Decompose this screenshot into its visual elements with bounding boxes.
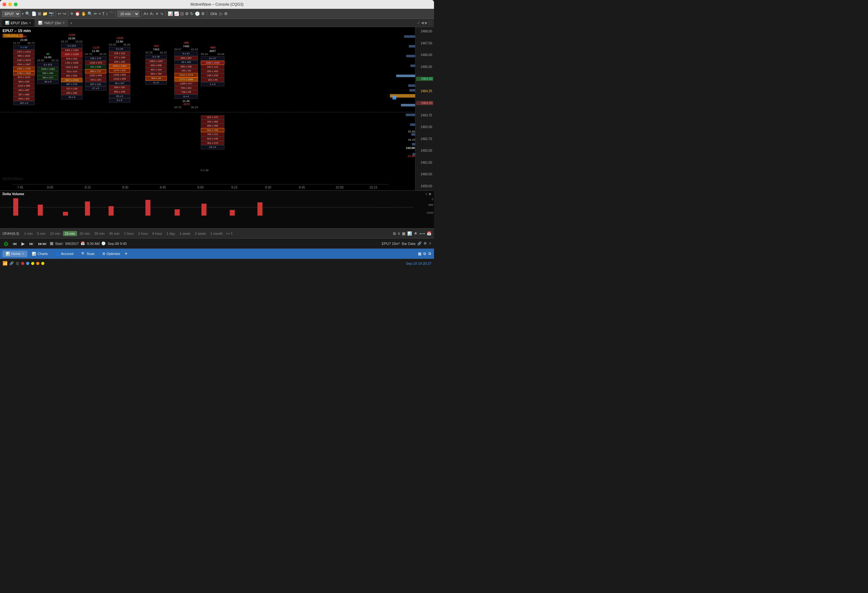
font-up-icon[interactable]: A+	[143, 11, 149, 16]
undo-icon[interactable]: ↩	[58, 11, 61, 16]
c3-r10: 267 x 273	[61, 82, 83, 87]
link2-icon[interactable]: 🔗	[417, 241, 422, 245]
arrow-icon[interactable]: ▷	[220, 11, 223, 16]
delta-close-icon[interactable]: ✕	[428, 192, 431, 196]
list-icon[interactable]: ≡	[398, 232, 400, 236]
nav-charts[interactable]: 📊 Charts	[29, 251, 51, 257]
c8b-r8: 23 x 0	[201, 145, 224, 149]
nav-grid-icon[interactable]: ▦	[418, 251, 421, 256]
ofa-button[interactable]: OFA	[209, 11, 218, 16]
nav-scan[interactable]: 🔍 Scan	[78, 251, 98, 257]
nav-home-close[interactable]: ✕	[22, 252, 24, 255]
layout-icon[interactable]: ⊡	[180, 11, 184, 16]
window-title: MotiveWave – Console (CQG3)	[190, 2, 243, 7]
clock-icon[interactable]: 🕐	[195, 11, 200, 16]
nav-settings-icon[interactable]: ⚙	[428, 251, 431, 256]
fast-forward-button[interactable]: ⏭⏭	[37, 240, 48, 247]
vol-icon[interactable]: 📈	[174, 11, 179, 16]
interval-1week[interactable]: 1 week	[177, 231, 192, 236]
indicator-icon[interactable]: ∿	[160, 11, 164, 16]
refresh-icon[interactable]: ↻	[190, 11, 193, 16]
tab-epu7-close[interactable]: ✕	[29, 21, 31, 25]
interval-1min[interactable]: 1 min	[22, 231, 35, 236]
back-icon[interactable]: ◀	[421, 21, 424, 25]
gear2-icon[interactable]: ⚙	[224, 11, 228, 16]
interval-20min[interactable]: 20 min	[78, 231, 92, 236]
interval-more[interactable]: >>	[226, 232, 230, 235]
plus-icon[interactable]: +	[99, 11, 101, 16]
clock2-icon[interactable]: 🕐	[101, 241, 106, 245]
step-forward-button[interactable]: ⏭	[28, 240, 35, 247]
forward-icon[interactable]: ▶	[425, 21, 427, 25]
view-icon[interactable]: ▦	[402, 232, 405, 236]
stop-button[interactable]	[50, 242, 53, 245]
interval-1hour[interactable]: 1 hour	[122, 231, 136, 236]
delta-up-icon[interactable]: ↑	[425, 192, 427, 196]
chart-area: EPU7 – 15 min VI(Bid/Ask,1) MotiveWave 7…	[0, 27, 434, 191]
font-down-icon[interactable]: A-	[150, 11, 154, 16]
tab-epu7[interactable]: 📊 EPU7 15m ✕	[2, 19, 34, 27]
c3-r13: 16 x 0	[61, 95, 83, 99]
interval-2week[interactable]: 2 week	[193, 231, 208, 236]
alarm-icon[interactable]: ⏰	[75, 11, 80, 16]
close2-icon[interactable]: ✕	[429, 241, 431, 245]
folder-icon[interactable]: 📁	[43, 11, 47, 16]
tab-ymu7[interactable]: 📊 YMU7 15m ✕	[35, 19, 68, 27]
new-chart-icon[interactable]: 📄	[31, 11, 37, 16]
interval-1month[interactable]: 1 month	[208, 231, 225, 236]
tools-icon[interactable]: ⚙	[185, 11, 189, 16]
skip-back-button[interactable]: ⏮	[11, 240, 18, 247]
delta-controls[interactable]: ↑ ✕	[425, 192, 431, 196]
interval-10min[interactable]: 10 min	[48, 231, 62, 236]
power-button[interactable]: ⏻	[3, 240, 9, 247]
redo-icon[interactable]: ↪	[63, 11, 66, 16]
symbol-select[interactable]: EPU7	[2, 11, 21, 17]
c8-r6: 162 x 59	[201, 78, 224, 82]
expand-icon[interactable]: ⤢	[417, 21, 420, 25]
crosshair-icon[interactable]: ✛	[70, 11, 74, 16]
chart2-icon[interactable]: 📊	[407, 232, 412, 236]
tab-ymu7-close[interactable]: ✕	[62, 21, 65, 25]
nav-optimize[interactable]: ⚙ Optimize	[99, 251, 123, 257]
zoom-out-icon[interactable]: 🔍	[87, 11, 93, 16]
nav-account-label: Account	[61, 252, 74, 255]
chart-style-icon[interactable]: 📊	[168, 11, 173, 16]
calendar-icon[interactable]: 📅	[427, 232, 431, 236]
sync-icon[interactable]: ⟷	[419, 232, 425, 236]
nav-home[interactable]: 📊 Home ✕	[3, 251, 27, 257]
search-icon[interactable]: 🔍	[25, 11, 30, 16]
interval-6hour[interactable]: 6 hour	[151, 231, 164, 236]
text-icon[interactable]: T	[102, 11, 105, 16]
nav-copy-icon[interactable]: ⧉	[423, 251, 426, 256]
interval-45min[interactable]: 45 min	[107, 231, 121, 236]
hand-icon[interactable]: ✋	[81, 11, 86, 16]
camera-icon[interactable]: 📷	[49, 11, 54, 16]
nav-account[interactable]: 👤 Account	[52, 251, 77, 257]
candle-6: -563 7453 53.7846.22 0 x 76 1383 x 1497 …	[145, 44, 167, 85]
draw-icon[interactable]: ⌒	[109, 11, 113, 17]
bar-type-icon[interactable]: ≡	[155, 11, 159, 16]
calendar2-icon[interactable]: 📅	[81, 241, 85, 245]
copy-icon[interactable]: ⧉	[393, 232, 396, 236]
c8-r7: 1 x 0	[201, 82, 224, 87]
interval-2hour[interactable]: 2 hour	[136, 231, 150, 236]
dropdown-icon[interactable]: ▾	[22, 11, 24, 16]
cursor-icon[interactable]: ↕	[106, 11, 108, 16]
maximize-button[interactable]	[14, 3, 18, 6]
minimize-button[interactable]	[8, 3, 12, 6]
settings2-icon[interactable]: ⚙	[424, 241, 427, 245]
settings-icon[interactable]: ⚙	[201, 11, 205, 16]
interval-15min[interactable]: 15 min	[63, 231, 77, 236]
pen-icon[interactable]: ✏	[94, 11, 97, 16]
timeframe-select[interactable]: 15 min	[117, 11, 139, 17]
nav-add-button[interactable]: +	[125, 251, 127, 257]
tab-add-button[interactable]: +	[69, 21, 74, 25]
interval-30min[interactable]: 30 min	[93, 231, 107, 236]
eye-icon[interactable]: 👁	[414, 232, 418, 236]
close-button[interactable]	[3, 3, 6, 6]
play-button[interactable]: ▶	[20, 240, 26, 247]
grid-icon[interactable]: ⊞	[38, 11, 41, 16]
interval-1day[interactable]: 1 day	[165, 231, 177, 236]
fullscreen-icon[interactable]: ⛶	[429, 21, 432, 25]
interval-5min[interactable]: 5 min	[35, 231, 47, 236]
